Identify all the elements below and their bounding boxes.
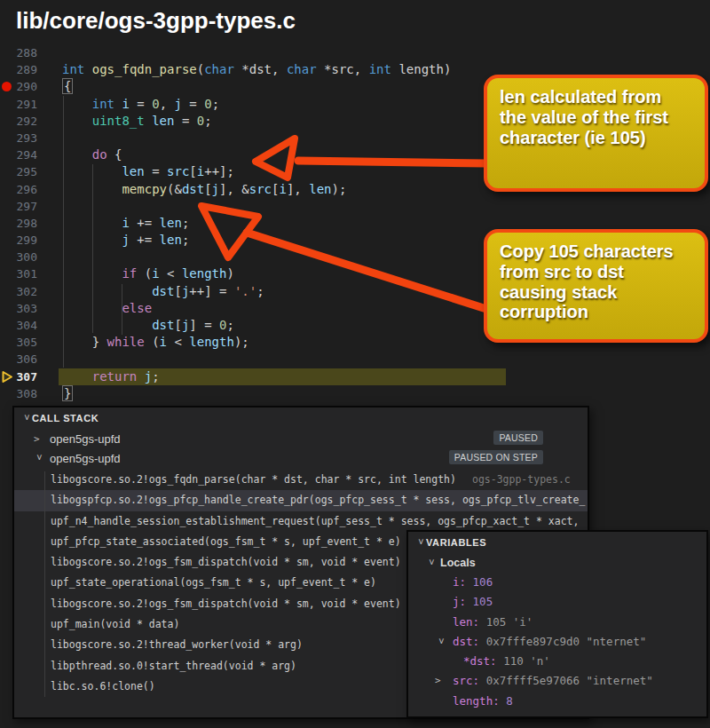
line-number[interactable]: 298 xyxy=(14,215,37,232)
variable-row[interactable]: >dst: 0x7fffe897c9d0 "nternet" xyxy=(408,632,706,652)
chevron-down-icon[interactable]: > xyxy=(415,538,427,549)
breakpoint-gutter[interactable] xyxy=(0,249,14,265)
variable-value: 106 xyxy=(473,575,493,589)
code-token: len xyxy=(122,164,144,178)
code-text: int i = 0, j = 0; xyxy=(37,96,219,113)
breakpoint-gutter[interactable] xyxy=(0,181,14,198)
code-token: int xyxy=(92,97,114,111)
line-number[interactable]: 304 xyxy=(14,317,37,334)
chevron-down-icon[interactable]: > xyxy=(21,414,33,424)
code-token: int xyxy=(369,62,391,76)
variable-row[interactable]: j: 105 xyxy=(408,592,706,612)
code-token: i xyxy=(160,335,167,349)
line-number[interactable]: 295 xyxy=(14,163,37,180)
breakpoint-gutter[interactable] xyxy=(0,385,14,402)
breakpoint-gutter[interactable] xyxy=(0,96,14,113)
code-token: ; xyxy=(182,233,189,247)
line-number[interactable]: 291 xyxy=(14,96,37,113)
variables-title: VARIABLES xyxy=(426,537,486,548)
code-token: 0 xyxy=(152,97,159,111)
variable-row[interactable]: *dst: 110 'n' xyxy=(408,652,706,671)
code-token: j xyxy=(212,182,219,196)
breakpoint-gutter[interactable] xyxy=(0,163,14,180)
code-token: = xyxy=(130,97,152,111)
chevron-right-icon[interactable]: > xyxy=(34,433,44,445)
thread-row[interactable]: >open5gs-upfdPAUSED ON STEP xyxy=(14,448,588,468)
line-number[interactable]: 301 xyxy=(14,265,37,282)
code-line[interactable]: 307 return j; xyxy=(0,368,710,385)
chevron-right-icon[interactable]: > xyxy=(435,671,446,691)
thread-row[interactable]: >open5gs-upfdPAUSED xyxy=(14,429,588,448)
variables-header[interactable]: > VARIABLES xyxy=(408,532,706,553)
line-number[interactable]: 299 xyxy=(14,232,37,249)
line-number[interactable]: 308 xyxy=(14,385,37,402)
variable-row[interactable]: len: 105 'i' xyxy=(408,613,706,632)
chevron-down-icon[interactable]: > xyxy=(430,638,450,649)
code-token: ; xyxy=(204,114,211,128)
code-text: dst[j++] = '.'; xyxy=(37,283,264,300)
variable-row[interactable]: length: 8 xyxy=(408,692,706,711)
code-token: *src, xyxy=(317,62,369,76)
line-number[interactable]: 288 xyxy=(14,44,37,61)
line-number[interactable]: 289 xyxy=(14,61,37,78)
line-number[interactable]: 296 xyxy=(14,181,37,198)
variables-scope-locals[interactable]: > Locals xyxy=(408,553,706,573)
breakpoint-gutter[interactable] xyxy=(0,113,14,130)
code-token: memcpy xyxy=(122,182,167,196)
line-number[interactable]: 302 xyxy=(14,283,37,300)
breakpoint-gutter[interactable] xyxy=(0,351,14,368)
breakpoint-gutter[interactable] xyxy=(0,232,14,249)
code-token: < xyxy=(160,266,182,281)
breakpoint-gutter[interactable] xyxy=(0,146,14,163)
code-line[interactable]: 297 xyxy=(0,198,710,215)
chevron-down-icon[interactable]: > xyxy=(426,558,438,569)
code-text xyxy=(37,351,62,368)
line-number[interactable]: 305 xyxy=(14,334,37,351)
line-number[interactable]: 306 xyxy=(14,351,37,368)
breakpoint-gutter[interactable] xyxy=(0,300,14,317)
code-line[interactable]: 306 xyxy=(0,351,710,368)
breakpoint-gutter[interactable] xyxy=(0,61,14,78)
code-token xyxy=(62,97,92,111)
breakpoint-gutter[interactable] xyxy=(0,78,14,95)
stack-frame[interactable]: libogscore.so.2!ogs_fqdn_parse(char * ds… xyxy=(14,470,588,490)
stack-frame-signature: upf_pfcp_state_associated(ogs_fsm_t * s,… xyxy=(51,535,401,548)
stack-frame[interactable]: libogspfcp.so.2!ogs_pfcp_handle_create_p… xyxy=(14,490,588,510)
breakpoint-icon[interactable] xyxy=(2,82,12,91)
chevron-down-icon[interactable]: > xyxy=(34,454,45,464)
code-token: dst xyxy=(152,284,174,298)
code-line[interactable]: 288 xyxy=(0,44,710,61)
variable-name: *dst: xyxy=(463,654,503,668)
stack-frame-file: ogs-3gpp-types.c xyxy=(472,473,571,486)
stack-frame[interactable]: upf_n4_handle_session_establishment_requ… xyxy=(14,511,588,532)
breakpoint-gutter[interactable] xyxy=(0,334,14,351)
line-number[interactable]: 303 xyxy=(14,300,37,317)
breakpoint-gutter[interactable] xyxy=(0,368,14,385)
variable-row[interactable]: i: 106 xyxy=(408,573,706,592)
breakpoint-gutter[interactable] xyxy=(0,198,14,215)
code-line[interactable]: 308} xyxy=(0,385,710,402)
code-token: 0 xyxy=(197,114,204,128)
breakpoint-gutter[interactable] xyxy=(0,44,14,61)
line-number[interactable]: 307 xyxy=(14,368,37,385)
breakpoint-gutter[interactable] xyxy=(0,215,14,232)
variable-name: len: xyxy=(453,615,486,629)
line-number[interactable]: 294 xyxy=(14,146,37,163)
code-token: (& xyxy=(167,182,182,196)
line-number[interactable]: 292 xyxy=(14,113,37,130)
code-token: i xyxy=(280,182,287,196)
line-number[interactable]: 300 xyxy=(14,249,37,265)
line-number[interactable]: 293 xyxy=(14,130,37,146)
variable-row[interactable]: >src: 0x7ffff5e97066 "internet" xyxy=(408,671,706,691)
breakpoint-gutter[interactable] xyxy=(0,265,14,282)
breakpoint-gutter[interactable] xyxy=(0,283,14,300)
code-token: else xyxy=(122,301,152,315)
thread-status-badge: PAUSED xyxy=(493,431,543,445)
breakpoint-gutter[interactable] xyxy=(0,130,14,146)
call-stack-header[interactable]: > CALL STACK xyxy=(14,408,588,429)
line-number[interactable]: 297 xyxy=(14,198,37,215)
breakpoint-gutter[interactable] xyxy=(0,317,14,334)
code-token: i xyxy=(122,216,129,230)
line-number[interactable]: 290 xyxy=(14,78,37,95)
variable-name: j: xyxy=(453,595,473,608)
